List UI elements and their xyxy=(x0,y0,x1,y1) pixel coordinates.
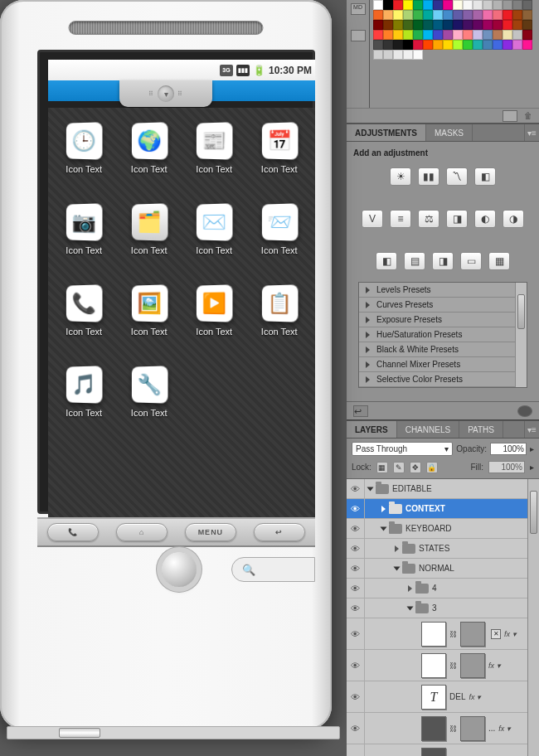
swatch[interactable] xyxy=(443,20,453,30)
swatch[interactable] xyxy=(413,50,423,60)
app-camera[interactable]: 📷Icon Text xyxy=(66,204,102,255)
selective-color-icon[interactable]: ▦ xyxy=(488,252,510,270)
swatch[interactable] xyxy=(453,0,463,10)
layer-item[interactable]: 👁 ⛓ fx ▾ xyxy=(347,650,539,681)
swatch[interactable] xyxy=(483,40,493,50)
return-adjustment-icon[interactable]: ↩ xyxy=(353,405,368,417)
swatch[interactable] xyxy=(463,10,473,20)
swatch[interactable] xyxy=(433,50,443,60)
swatch[interactable] xyxy=(373,30,383,40)
swatch[interactable] xyxy=(383,20,393,30)
visibility-toggle[interactable]: 👁 xyxy=(347,579,365,598)
brightness-contrast-icon[interactable]: ☀ xyxy=(390,167,411,186)
swatch[interactable] xyxy=(393,10,403,20)
clip-layer-icon[interactable] xyxy=(517,405,532,417)
swatch[interactable] xyxy=(383,40,393,50)
visibility-toggle[interactable]: 👁 xyxy=(347,479,365,498)
swatch[interactable] xyxy=(473,40,483,50)
canvas-h-scrollbar[interactable] xyxy=(7,726,340,739)
swatch[interactable] xyxy=(473,50,483,60)
swatch[interactable] xyxy=(522,20,532,30)
trash-icon[interactable]: 🗑 xyxy=(524,111,532,120)
tab-layers[interactable]: LAYERS xyxy=(347,421,397,438)
swatch[interactable] xyxy=(403,40,413,50)
swatch[interactable] xyxy=(443,0,453,10)
preset-row[interactable]: Levels Presets xyxy=(359,283,527,298)
swatch[interactable] xyxy=(522,40,532,50)
swatch[interactable] xyxy=(512,50,522,60)
visibility-toggle[interactable]: 👁 xyxy=(347,499,365,518)
swatch[interactable] xyxy=(512,30,522,40)
layer-item-text-del[interactable]: 👁 T DEL fx ▾ xyxy=(347,681,539,713)
swatch[interactable] xyxy=(463,40,473,50)
layer-group-keyboard[interactable]: 👁 KEYBOARD xyxy=(347,519,539,539)
color-balance-icon[interactable]: ⚖ xyxy=(418,210,439,228)
curves-icon[interactable]: 〽 xyxy=(446,167,468,186)
gradient-map-icon[interactable]: ▭ xyxy=(460,252,482,270)
panel-collapse-strip[interactable]: MD xyxy=(347,0,370,108)
swatches-grid[interactable] xyxy=(370,0,539,108)
swatch[interactable] xyxy=(493,40,503,50)
swatch[interactable] xyxy=(403,30,413,40)
swatch[interactable] xyxy=(483,10,493,20)
swatch[interactable] xyxy=(433,10,443,20)
swatch[interactable] xyxy=(473,10,483,20)
fill-input[interactable]: 100% xyxy=(488,461,525,473)
menu-button[interactable]: MENU xyxy=(185,523,236,541)
panel-menu-icon[interactable]: ▾≡ xyxy=(524,421,539,438)
lock-transparent-icon[interactable]: ▦ xyxy=(376,462,388,473)
swatch[interactable] xyxy=(393,20,403,30)
swatch[interactable] xyxy=(443,40,453,50)
visibility-toggle[interactable]: 👁 xyxy=(347,519,365,538)
app-youtube[interactable]: ▶️Icon Text xyxy=(196,285,232,337)
preset-row[interactable]: Exposure Presets xyxy=(359,313,527,327)
app-phone[interactable]: 📞Icon Text xyxy=(66,285,102,337)
preset-row[interactable]: Selective Color Presets xyxy=(359,372,527,387)
swatch[interactable] xyxy=(403,10,413,20)
layer-item[interactable]: 👁 ⛓ ... fx ▾ xyxy=(347,713,539,744)
visibility-toggle[interactable]: 👁 xyxy=(347,559,365,578)
swatch[interactable] xyxy=(383,10,393,20)
app-gallery[interactable]: 🖼️Icon Text xyxy=(131,285,168,337)
app-news[interactable]: 📰Icon Text xyxy=(196,123,232,174)
swatch[interactable] xyxy=(383,0,393,10)
swatch[interactable] xyxy=(463,0,473,10)
app-tasks[interactable]: 📋Icon Text xyxy=(261,285,298,337)
swatch[interactable] xyxy=(433,20,443,30)
swatch[interactable] xyxy=(473,30,483,40)
presets-scrollbar[interactable] xyxy=(515,283,527,387)
swatch[interactable] xyxy=(512,40,522,50)
layer-group-normal[interactable]: 👁 NORMAL xyxy=(347,559,539,579)
visibility-toggle[interactable]: 👁 xyxy=(347,713,365,744)
app-calendar[interactable]: 📅Icon Text xyxy=(261,123,298,174)
lock-all-icon[interactable]: 🔒 xyxy=(426,462,438,473)
search-bar[interactable]: 🔍 xyxy=(231,557,315,582)
swatch[interactable] xyxy=(512,20,522,30)
swatch[interactable] xyxy=(512,10,522,20)
hue-sat-icon[interactable]: ≡ xyxy=(390,210,411,228)
swatch[interactable] xyxy=(383,50,393,60)
swatch[interactable] xyxy=(463,20,473,30)
preset-row[interactable]: Curves Presets xyxy=(359,298,527,313)
swatch[interactable] xyxy=(503,40,512,50)
swatch[interactable] xyxy=(443,30,453,40)
lock-position-icon[interactable]: ✥ xyxy=(410,462,421,473)
visibility-toggle[interactable]: 👁 xyxy=(347,650,365,681)
swatch[interactable] xyxy=(453,50,463,60)
swatch[interactable] xyxy=(493,50,503,60)
swatch[interactable] xyxy=(423,0,433,10)
swatch[interactable] xyxy=(453,30,463,40)
swatch[interactable] xyxy=(483,20,493,30)
swatch[interactable] xyxy=(493,10,503,20)
swatch[interactable] xyxy=(433,30,443,40)
opacity-input[interactable]: 100% xyxy=(490,443,527,455)
swatch[interactable] xyxy=(423,20,433,30)
swatch[interactable] xyxy=(503,50,512,60)
bw-icon[interactable]: ◨ xyxy=(446,210,468,228)
app-music[interactable]: 🎵Icon Text xyxy=(66,366,102,418)
swatch[interactable] xyxy=(483,0,493,10)
threshold-icon[interactable]: ◨ xyxy=(432,252,454,270)
swatch[interactable] xyxy=(403,0,413,10)
swatch[interactable] xyxy=(503,30,512,40)
swatch[interactable] xyxy=(503,10,512,20)
